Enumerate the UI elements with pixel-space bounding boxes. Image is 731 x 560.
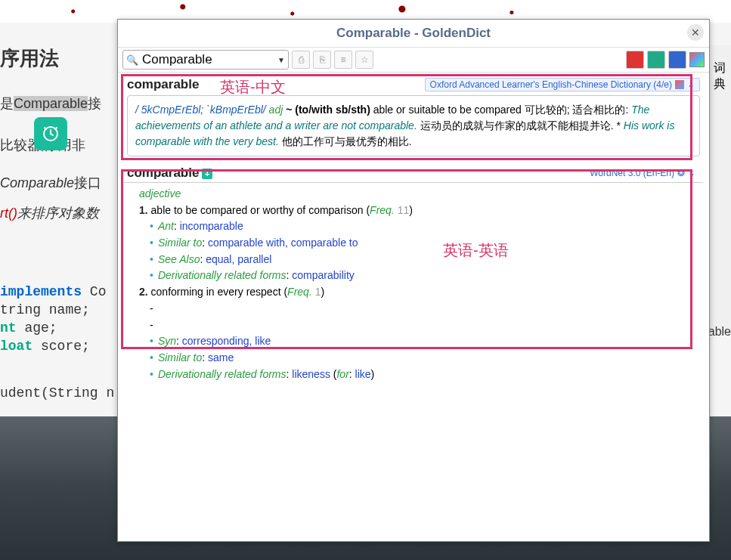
bg-text: 来排序对象数	[17, 206, 99, 221]
bg-code: tring name;	[0, 302, 90, 317]
titlebar: Comparable - GoldenDict ✕	[118, 20, 709, 48]
relation-label: Similar to	[158, 351, 202, 364]
relation-link[interactable]: same	[208, 351, 234, 364]
phonetic: / 5kCmpErEbl; `kBmpErEbl/	[135, 104, 266, 116]
dash-line: -	[150, 301, 692, 317]
entry-header-oxford: comparable Oxford Advanced Learner's Eng…	[124, 76, 703, 94]
chevron-down-icon: ⌄	[688, 168, 695, 178]
side-label: 词典	[708, 60, 731, 92]
dict-badge-label: Oxford Advanced Learner's English-Chines…	[430, 79, 672, 90]
definition: conforming in every respect	[151, 286, 281, 298]
freq-label: Freq.	[287, 286, 312, 298]
bg-code: implements	[0, 284, 82, 299]
helper-icon[interactable]	[34, 117, 67, 150]
chevron-down-icon: ⌄	[687, 79, 695, 90]
entry-body-oxford: / 5kCmpErEbl; `kBmpErEbl/ adj ~ (to/with…	[127, 95, 700, 156]
definition: able or suitable to be compared	[373, 104, 522, 116]
toolbar-button[interactable]	[668, 51, 686, 69]
definition-zh: 可比较的; 适合相比的:	[525, 104, 629, 116]
toolbar-button[interactable]	[626, 51, 644, 69]
relation-link[interactable]: equal, parallel	[206, 253, 271, 265]
relation-label: Derivationally related forms	[158, 269, 287, 281]
toolbar: 🔍 ▼ ⎙ ⎘ ≡ ☆	[118, 48, 709, 73]
relation-label: Ant	[158, 220, 174, 232]
bullet-icon: •	[150, 253, 153, 265]
relation-label: Derivationally related forms	[158, 368, 287, 380]
definition: able to be compared or worthy of compari…	[151, 204, 364, 216]
entry-header-wordnet: comparable + WordNet 3.0 (En-En) ❂ ⌄	[124, 164, 703, 183]
window-title: Comparable - GoldenDict	[336, 26, 491, 41]
search-input[interactable]	[141, 51, 265, 68]
toolbar-button[interactable]: ⎘	[313, 51, 331, 69]
bullet-icon: •	[150, 368, 153, 380]
relation-link[interactable]: corresponding, like	[182, 335, 271, 347]
bg-code: nt	[0, 320, 17, 336]
dict-badge-wordnet[interactable]: WordNet 3.0 (En-En) ❂ ⌄	[585, 167, 700, 179]
toolbar-button[interactable]	[647, 51, 665, 69]
example-zh: 运动员的成就与作家的成就不能相提并论. *	[420, 119, 621, 131]
toolbar-button[interactable]: ≡	[334, 51, 352, 69]
example-zh: 他的工作可与最优秀的相比.	[282, 135, 412, 147]
relation-link[interactable]: comparable with, comparable to	[208, 237, 358, 249]
bg-text: rt()	[0, 206, 17, 221]
bg-code: score;	[33, 339, 90, 354]
sense-number: 1.	[139, 204, 148, 216]
bg-text: Comparable	[14, 96, 88, 111]
bg-code: udent(String n	[0, 385, 114, 401]
relation-label: Similar to	[158, 237, 202, 249]
bg-text: Comparable	[0, 175, 74, 190]
bg-code: Co	[90, 284, 107, 299]
bg-code: loat	[0, 339, 33, 354]
bg-text: 接口	[74, 175, 101, 190]
relation-link[interactable]: likeness	[292, 368, 330, 380]
relation-link[interactable]: comparability	[292, 269, 354, 281]
sense-number: 2.	[139, 286, 148, 298]
headword: comparable	[127, 77, 199, 92]
dict-badge-label: WordNet 3.0 (En-En)	[590, 168, 674, 178]
dict-icon: ❂	[677, 168, 685, 178]
search-box[interactable]: 🔍 ▼	[122, 50, 289, 70]
bg-text: 是	[0, 96, 14, 111]
toolbar-button[interactable]: ⎙	[292, 51, 310, 69]
expand-icon[interactable]: +	[202, 169, 212, 179]
close-button[interactable]: ✕	[687, 24, 704, 41]
relation-link[interactable]: incomparable	[180, 220, 243, 232]
bg-heading: 序用法	[0, 45, 59, 72]
search-icon: 🔍	[126, 54, 138, 66]
relation-label: Syn	[158, 335, 176, 347]
pattern: ~ (to/with sb/sth)	[286, 104, 370, 116]
dropdown-icon[interactable]: ▼	[277, 56, 285, 64]
content-area: 英语-中文 英语-英语 comparable Oxford Advanced L…	[118, 73, 709, 541]
freq-value: 1	[315, 286, 321, 298]
bullet-icon: •	[150, 351, 153, 364]
bg-text: 接	[88, 96, 101, 111]
bg-code: age;	[17, 320, 57, 336]
goldendict-window: Comparable - GoldenDict ✕ 🔍 ▼ ⎙ ⎘ ≡ ☆ 英语…	[117, 19, 710, 542]
bullet-icon: •	[150, 220, 153, 232]
toolbar-button[interactable]: ☆	[355, 51, 373, 69]
bullet-icon: •	[150, 335, 153, 347]
pos: adj	[269, 104, 283, 116]
pos: adjective	[139, 186, 692, 203]
entry-body-wordnet: adjective 1. able to be compared or wort…	[124, 183, 703, 388]
dict-badge-oxford[interactable]: Oxford Advanced Learner's English-Chines…	[425, 78, 700, 91]
headword: comparable	[127, 166, 199, 180]
relation-label: See Also	[158, 253, 200, 265]
dict-group-icon[interactable]	[689, 52, 705, 67]
freq-value: 11	[398, 204, 410, 216]
bullet-icon: •	[150, 269, 153, 281]
freq-label: Freq.	[370, 204, 395, 216]
side-panel: 词典	[708, 45, 731, 333]
bullet-icon: •	[150, 237, 153, 249]
dict-icon	[675, 80, 684, 89]
dash-line: -	[150, 317, 692, 334]
